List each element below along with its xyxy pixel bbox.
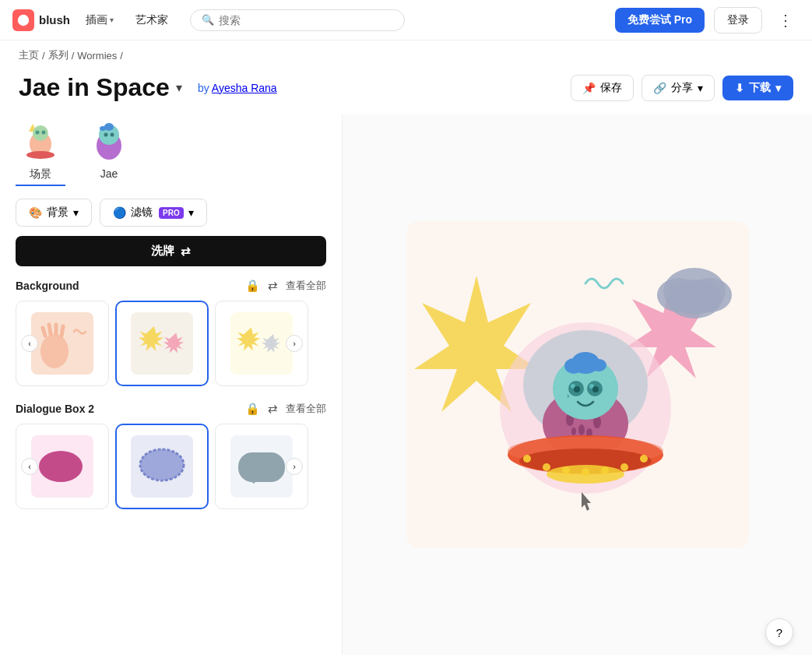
background-cards-grid: ‹: [16, 301, 326, 386]
background-section-actions: 🔒 ⇄ 查看全部: [245, 279, 326, 293]
svg-point-3: [33, 125, 48, 141]
tab-jae-label: Jae: [100, 167, 118, 180]
filter-ctrl-button[interactable]: 🔵 滤镜 PRO ▾: [100, 199, 207, 227]
download-label: 下载: [749, 81, 771, 95]
svg-point-4: [36, 131, 40, 135]
dialogue-card-2[interactable]: [115, 424, 209, 509]
svg-point-52: [591, 359, 606, 371]
shuffle-label: 洗牌: [151, 244, 174, 259]
sidebar: 场景 Jae: [0, 114, 343, 655]
breadcrumb: 主页 / 系列 / Wormies /: [0, 40, 812, 70]
dialogue-section-title: Dialogue Box 2: [16, 403, 245, 415]
nav-item-illustrations[interactable]: 插画 ▾: [79, 10, 120, 30]
svg-point-57: [574, 386, 580, 392]
tab-scene-label: 场景: [30, 167, 51, 181]
svg-line-16: [49, 325, 51, 334]
try-pro-button[interactable]: 免费尝试 Pro: [615, 8, 705, 33]
breadcrumb-series[interactable]: 系列: [48, 48, 69, 62]
background-view-all[interactable]: 查看全部: [286, 279, 326, 293]
dialogue-view-all[interactable]: 查看全部: [286, 402, 326, 416]
svg-point-48: [571, 428, 576, 435]
jae-tab-image: [84, 114, 134, 164]
filter-label: 滤镜: [131, 206, 153, 220]
logo-text: blush: [39, 13, 70, 26]
tab-jae[interactable]: Jae: [84, 114, 134, 186]
background-lock-icon[interactable]: 🔒: [245, 279, 260, 293]
download-icon: ⬇: [735, 82, 744, 94]
background-card-3-right-arrow[interactable]: ›: [286, 335, 303, 352]
dialogue-lock-icon[interactable]: 🔒: [245, 402, 260, 416]
background-card-2[interactable]: [115, 301, 209, 386]
logo-icon: [12, 9, 34, 31]
page-header: Jae in Space ▾ by Ayesha Rana 📌 保存 🔗 分享 …: [0, 70, 812, 114]
share-button[interactable]: 🔗 分享 ▾: [642, 75, 715, 101]
dialogue-shuffle-icon[interactable]: ⇄: [268, 402, 278, 416]
background-card-3[interactable]: ›: [215, 301, 308, 386]
svg-line-15: [43, 328, 45, 336]
dialogue-cards-grid: ‹ ›: [16, 424, 326, 509]
chevron-bg-icon: ▾: [73, 206, 79, 219]
pin-icon: 📌: [582, 82, 596, 94]
save-button[interactable]: 📌 保存: [571, 75, 634, 101]
dialogue-section-actions: 🔒 ⇄ 查看全部: [245, 402, 326, 416]
search-input[interactable]: [219, 14, 393, 26]
canvas-area: ›: [343, 114, 812, 655]
logo[interactable]: blush: [12, 9, 70, 31]
shuffle-icon: ⇄: [181, 245, 191, 259]
svg-point-0: [18, 14, 29, 25]
svg-point-12: [111, 133, 114, 137]
background-ctrl-button[interactable]: 🎨 背景 ▾: [16, 199, 92, 227]
svg-line-18: [62, 326, 63, 336]
svg-point-63: [523, 455, 531, 463]
pro-badge: PRO: [159, 207, 184, 219]
scene-tab-image: [16, 114, 65, 164]
navbar: blush 插画 ▾ 艺术家 🔍 免费尝试 Pro 登录 ⋮: [0, 0, 812, 40]
nav-item-artists[interactable]: 艺术家: [129, 10, 174, 30]
svg-rect-22: [230, 312, 293, 375]
tab-scene[interactable]: 场景: [16, 114, 65, 186]
title-chevron-button[interactable]: ▾: [176, 80, 182, 95]
page-title-area: Jae in Space ▾: [19, 73, 182, 102]
link-icon: 🔗: [653, 82, 666, 94]
dialogue-card-1-left-arrow[interactable]: ‹: [21, 458, 38, 475]
filter-icon: 🔵: [113, 206, 126, 219]
svg-text:›: ›: [567, 392, 569, 400]
chevron-share-icon: ▾: [698, 82, 703, 94]
dialogue-card-1[interactable]: ‹: [16, 424, 109, 509]
download-button[interactable]: ⬇ 下载 ▾: [722, 76, 793, 100]
svg-point-68: [620, 463, 628, 471]
svg-point-26: [39, 451, 83, 482]
breadcrumb-wormies[interactable]: Wormies: [77, 50, 117, 62]
author-label: by Ayesha Rana: [198, 82, 277, 94]
svg-rect-32: [238, 452, 285, 482]
svg-point-9: [104, 123, 114, 131]
background-shuffle-icon[interactable]: ⇄: [268, 279, 278, 293]
background-icon: 🎨: [29, 206, 42, 219]
svg-point-64: [543, 463, 550, 471]
dialogue-card-3-right-arrow[interactable]: ›: [286, 458, 303, 475]
background-section-header: Background 🔒 ⇄ 查看全部: [16, 279, 326, 293]
breadcrumb-home[interactable]: 主页: [19, 48, 39, 62]
shuffle-button[interactable]: 洗牌 ⇄: [16, 236, 326, 266]
chevron-filter-icon: ▾: [188, 206, 194, 219]
background-label: 背景: [47, 206, 69, 220]
question-mark-icon: ?: [776, 626, 782, 639]
svg-point-51: [564, 358, 583, 374]
svg-point-69: [640, 455, 648, 463]
page-title: Jae in Space: [19, 73, 170, 102]
ufo-illustration: ›: [406, 221, 749, 548]
svg-rect-19: [131, 312, 193, 375]
help-button[interactable]: ?: [765, 618, 793, 646]
author-link[interactable]: Ayesha Rana: [212, 82, 277, 94]
dialogue-card-3[interactable]: ›: [215, 424, 308, 509]
nav-artists-label: 艺术家: [135, 13, 168, 27]
main-layout: 场景 Jae: [0, 114, 812, 655]
chevron-download-icon: ▾: [775, 82, 781, 94]
share-label: 分享: [671, 81, 693, 95]
background-card-1[interactable]: ‹: [16, 301, 109, 386]
login-button[interactable]: 登录: [714, 7, 762, 33]
more-options-button[interactable]: ⋮: [772, 8, 800, 33]
background-card-1-left-arrow[interactable]: ‹: [21, 335, 38, 352]
search-bar[interactable]: 🔍: [190, 9, 405, 31]
background-section-title: Background: [16, 280, 245, 292]
